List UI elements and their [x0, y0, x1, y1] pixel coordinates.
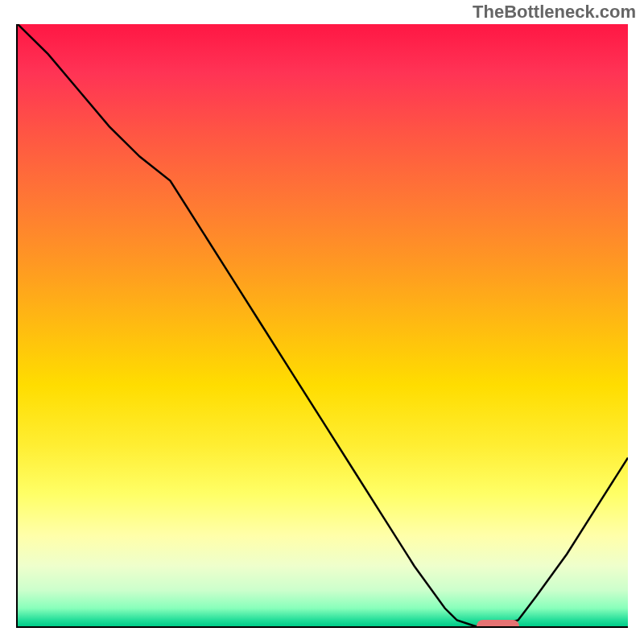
chart-plot-area: [16, 24, 628, 628]
chart-curve: [18, 24, 628, 626]
optimal-marker: [477, 620, 519, 628]
watermark-text: TheBottleneck.com: [473, 2, 636, 23]
